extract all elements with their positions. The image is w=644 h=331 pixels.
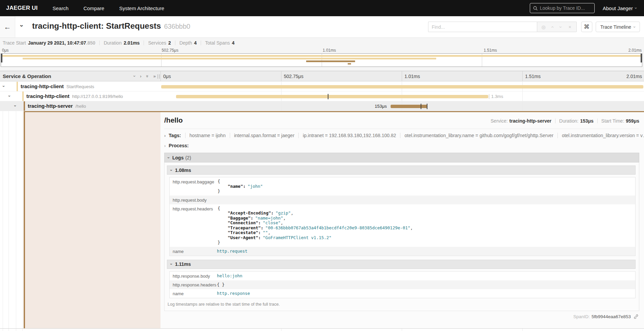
span-service-name: tracing-http-client (21, 83, 64, 89)
clear-find-icon[interactable]: × (566, 24, 574, 30)
span-bar-http-request[interactable] (176, 95, 488, 98)
log-field-key: http.response.headers (173, 282, 217, 287)
next-match-icon[interactable]: › (557, 24, 566, 30)
trace-lookup-input[interactable] (540, 5, 591, 11)
span-operation-name: /hello (75, 104, 86, 109)
prev-match-icon[interactable]: › (548, 24, 557, 30)
partial-next-row (0, 328, 644, 331)
back-button[interactable]: ← (0, 16, 15, 37)
trace-meta-zone: Trace Start January 29 2021, 10:47:07 .8… (0, 38, 644, 71)
trace-view-selector[interactable]: Trace Timeline › (596, 22, 640, 32)
about-jaeger-menu[interactable]: About Jaeger › (603, 5, 637, 11)
row-collapse-chevron-icon[interactable]: › (7, 95, 12, 97)
log-field-key: http.request.baggage (173, 179, 217, 184)
log-field-key: name (173, 291, 217, 296)
minimap-left-scrubber[interactable] (1, 54, 2, 62)
logs-label: Logs (172, 155, 183, 160)
log-timestamp: 1.08ms (175, 168, 191, 173)
expand-all-icon[interactable]: » (153, 74, 156, 79)
expand-one-icon[interactable]: › (140, 74, 141, 79)
duration-tick (489, 94, 489, 99)
ruler-end-label: 2.01ms (626, 74, 642, 79)
process-toggle-row[interactable]: › Process: (164, 143, 639, 148)
top-nav: JAEGER UI Search Compare System Architec… (0, 0, 644, 16)
log-timestamp-header[interactable]: › 1.11ms (167, 260, 636, 269)
detail-service-value: tracing-http-server (510, 118, 551, 124)
nav-item-compare[interactable]: Compare (83, 5, 104, 11)
trace-minimap[interactable] (1, 53, 642, 67)
tag-hostname: hostname = ijohn (185, 133, 230, 138)
minimap-right-scrubber[interactable] (641, 54, 642, 62)
detail-start-time-label: Start Time: (601, 118, 624, 124)
services-value: 2 (168, 40, 171, 46)
log-field-value: hello:john (217, 273, 242, 278)
span-id-row: SpanID: 5fb9944eaa67e853 (164, 314, 639, 319)
trace-title-bar: ← › tracing-http-client: StartRequests63… (0, 16, 644, 38)
detail-duration-value: 153μs (580, 118, 594, 124)
detail-header: /hello Service: tracing-http-server Dura… (164, 116, 639, 129)
service-operation-header: Service & Operation › › » » (0, 71, 160, 81)
logs-section: › Logs (2) › 1.08ms http.request.baggage (164, 153, 639, 311)
tag-ip-intranet: ip.intranet = 192.168.93.180,192.168.100… (298, 133, 400, 138)
log-field-row: name http.response (170, 289, 635, 298)
chevron-right-icon: › (164, 133, 166, 138)
minimap-tick-3: 1.51ms (484, 48, 497, 53)
span-bar-hello[interactable] (391, 105, 427, 108)
log-field-row: http.response.headers { } (170, 280, 635, 289)
log-field-row: http.request.body (170, 196, 635, 204)
span-duration-label: 1.3ms (491, 94, 503, 99)
row-collapse-chevron-icon[interactable]: › (13, 105, 18, 106)
span-operation-name: StartRequests (67, 84, 94, 89)
span-row-http-request[interactable]: 1.3ms › tracing-http-clienthttp://127.0.… (0, 92, 644, 101)
nav-item-search[interactable]: Search (52, 5, 69, 11)
span-color-accent (22, 92, 24, 101)
collapse-trace-chevron-icon[interactable]: › (19, 25, 25, 27)
minimap-tick-0: 0μs (2, 48, 9, 53)
detail-operation-title: /hello (164, 116, 183, 124)
minimap-span-bar-1 (2, 55, 641, 57)
log-timestamp-header[interactable]: › 1.08ms (167, 166, 636, 175)
log-field-row: http.response.body hello:john (170, 272, 635, 280)
span-row-startrequests[interactable]: › tracing-http-clientStartRequests (0, 82, 644, 92)
span-operation-name: http://127.0.0.1:8199/hello (72, 94, 123, 99)
tags-toggle-row[interactable]: › Tags: hostname = ijohn internal.span.f… (164, 133, 639, 138)
log-field-row: http.request.headers { "Accept-Encoding"… (170, 204, 635, 247)
log-entry-1: › 1.08ms http.request.baggage { "name":"… (167, 166, 636, 256)
logs-count: (2) (185, 155, 191, 160)
minimap-span-bar-3 (306, 60, 355, 62)
column-resizer-handle[interactable] (157, 74, 160, 79)
logs-accordion-header[interactable]: › Logs (2) (164, 153, 639, 162)
trace-start-label: Trace Start (3, 40, 26, 46)
trace-title: tracing-http-client: StartRequests636bbb… (32, 21, 190, 31)
app-brand[interactable]: JAEGER UI (6, 5, 38, 11)
row-collapse-chevron-icon[interactable]: › (2, 85, 6, 87)
minimap-tick-2: 1.01ms (323, 48, 336, 53)
log-field-value: { } (217, 282, 225, 287)
span-table-header: Service & Operation › › » » 0μs 502.75μs… (0, 71, 644, 81)
log-field-key: name (173, 249, 217, 254)
minimap-ruler: 0μs 502.75μs 1.01ms 1.51ms 2.01ms (0, 48, 644, 53)
minimap-tick-4: 2.01ms (628, 48, 642, 53)
span-service-name: tracing-http-client (26, 93, 70, 99)
keyboard-shortcuts-button[interactable]: ⌘ (581, 22, 592, 32)
find-input[interactable] (428, 22, 537, 32)
span-bar-startrequests[interactable] (161, 85, 643, 88)
find-toolbar: ◎ › › × ⌘ Trace Timeline › (428, 22, 644, 32)
span-id-label: SpanID: (573, 314, 590, 319)
service-operation-title: Service & Operation (3, 73, 51, 79)
back-arrow-icon: ← (4, 23, 11, 31)
match-target-icon[interactable]: ◎ (539, 24, 548, 30)
log-field-value: http.request (217, 249, 247, 254)
span-row-hello-selected[interactable]: 153μs › tracing-http-server/hello (0, 101, 644, 111)
log-tick (328, 94, 328, 99)
collapse-one-icon[interactable]: › (134, 74, 135, 79)
logs-body: › 1.08ms http.request.baggage { "name":"… (164, 162, 639, 311)
collapse-all-icon[interactable]: » (146, 74, 149, 79)
trace-lookup-box (530, 3, 595, 13)
log-field-row: name http.request (170, 247, 635, 256)
span-duration-label: 153μs (354, 104, 387, 109)
link-icon[interactable] (634, 314, 639, 319)
nav-item-system-architecture[interactable]: System Architecture (119, 5, 164, 11)
span-color-accent (17, 82, 18, 91)
span-id-value: 5fb9944eaa67e853 (592, 314, 631, 319)
